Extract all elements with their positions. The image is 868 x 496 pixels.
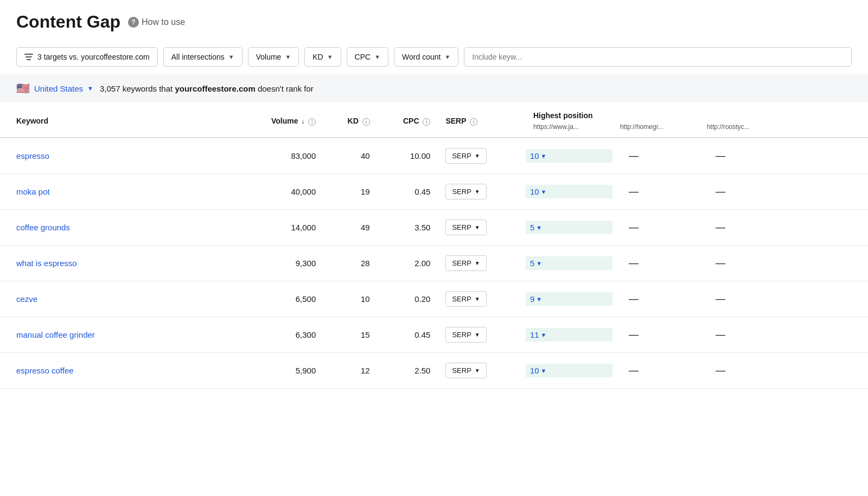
serp-chevron-icon: ▼ xyxy=(475,368,480,373)
kd-info-icon[interactable]: i xyxy=(362,118,370,126)
pos-arrow-1: ▼ xyxy=(536,296,542,302)
kd-label: KD xyxy=(312,53,323,61)
sort-arrow-icon: ↓ xyxy=(301,118,304,125)
keyword-link[interactable]: cezve xyxy=(16,294,37,304)
pos-dash-3: — xyxy=(716,150,725,162)
highest-pos-cell: 11 ▼ — — xyxy=(526,317,868,353)
info-text: 3,057 keywords that yourcoffeestore.com … xyxy=(100,84,314,93)
pos-cell-2: — xyxy=(612,364,699,377)
intersections-dropdown[interactable]: All intersections ▼ xyxy=(163,47,242,67)
serp-button-label: SERP xyxy=(452,331,471,339)
table-row: coffee grounds 14,000 49 3.50 SERP ▼ 5 ▼ xyxy=(0,210,868,246)
flag-icon: 🇺🇸 xyxy=(16,82,30,95)
serp-chevron-icon: ▼ xyxy=(475,189,480,195)
th-cpc[interactable]: CPC i xyxy=(378,102,438,138)
highest-pos-cell: 9 ▼ — — xyxy=(526,281,868,317)
description-suffix: doesn't rank for xyxy=(258,84,314,93)
intersections-chevron-icon: ▼ xyxy=(228,54,234,60)
serp-cell: SERP ▼ xyxy=(438,210,525,246)
pos-dash-3: — xyxy=(716,293,725,305)
info-bar: 🇺🇸 United States ▼ 3,057 keywords that y… xyxy=(0,74,868,102)
targets-label: 3 targets vs. yourcoffeestore.com xyxy=(37,53,150,61)
kd-cell: 15 xyxy=(323,317,377,353)
pos-num-1: 9 xyxy=(530,294,534,304)
serp-button[interactable]: SERP ▼ xyxy=(445,220,486,235)
cpc-chevron-icon: ▼ xyxy=(374,54,380,60)
serp-button[interactable]: SERP ▼ xyxy=(445,255,486,271)
pos-cell-3: — xyxy=(699,185,786,198)
pos-arrow-1: ▼ xyxy=(541,332,547,338)
kd-chevron-icon: ▼ xyxy=(327,54,333,60)
keyword-link[interactable]: manual coffee grinder xyxy=(16,330,95,339)
th-serp[interactable]: SERP i xyxy=(438,102,525,138)
sub-col-2: http://homegr... xyxy=(620,123,707,131)
serp-button[interactable]: SERP ▼ xyxy=(445,184,486,199)
pos-num-1: 10 xyxy=(530,366,539,375)
pos-arrow-1: ▼ xyxy=(536,260,542,267)
pos-cell-2: — xyxy=(612,149,699,163)
how-to-use-container[interactable]: ? How to use xyxy=(128,17,185,28)
pos-cell-3: — xyxy=(699,292,786,306)
pos-num-1: 10 xyxy=(530,151,539,160)
serp-button-label: SERP xyxy=(452,152,471,160)
keyword-link[interactable]: espresso coffee xyxy=(16,366,74,375)
th-volume[interactable]: Volume ↓ i xyxy=(242,102,323,138)
cpc-dropdown[interactable]: CPC ▼ xyxy=(347,47,388,67)
pos-cell-1: 11 ▼ xyxy=(526,328,612,342)
keyword-cell: what is espresso xyxy=(0,246,242,281)
volume-cell: 14,000 xyxy=(242,210,323,246)
toolbar: 3 targets vs. yourcoffeestore.com All in… xyxy=(0,42,868,74)
pos-cell-3: — xyxy=(699,328,786,342)
pos-dash-2: — xyxy=(629,222,639,233)
serp-info-icon[interactable]: i xyxy=(470,118,477,126)
include-keywords-input[interactable] xyxy=(464,47,852,67)
cpc-info-icon[interactable]: i xyxy=(423,118,430,126)
pos-arrow-1: ▼ xyxy=(541,368,547,374)
kd-cell: 28 xyxy=(323,246,377,281)
pos-num-1: 10 xyxy=(530,187,539,196)
keyword-link[interactable]: coffee grounds xyxy=(16,223,70,232)
serp-chevron-icon: ▼ xyxy=(475,332,480,338)
keyword-cell: manual coffee grinder xyxy=(0,317,242,353)
volume-info-icon[interactable]: i xyxy=(308,118,316,126)
word-count-dropdown[interactable]: Word count ▼ xyxy=(394,47,458,67)
kd-cell: 49 xyxy=(323,210,377,246)
country-selector[interactable]: 🇺🇸 United States ▼ xyxy=(16,82,93,95)
serp-button[interactable]: SERP ▼ xyxy=(445,148,486,164)
th-highest-position: Highest position https://www.ja... http:… xyxy=(526,102,868,138)
pos-num-1: 11 xyxy=(530,330,539,339)
word-count-label: Word count xyxy=(402,53,441,61)
page-wrapper: Content Gap ? How to use 3 targets vs. y… xyxy=(0,0,868,496)
keyword-cell: moka pot xyxy=(0,174,242,210)
serp-button-label: SERP xyxy=(452,295,471,303)
volume-label: Volume xyxy=(256,53,282,61)
serp-button[interactable]: SERP ▼ xyxy=(445,363,486,378)
kd-cell: 19 xyxy=(323,174,377,210)
serp-button[interactable]: SERP ▼ xyxy=(445,327,486,343)
table-row: what is espresso 9,300 28 2.00 SERP ▼ 5 … xyxy=(0,246,868,281)
header: Content Gap ? How to use xyxy=(0,0,868,42)
volume-dropdown[interactable]: Volume ▼ xyxy=(248,47,299,67)
th-kd[interactable]: KD i xyxy=(323,102,377,138)
sub-col-1: https://www.ja... xyxy=(533,123,620,131)
pos-arrow-1: ▼ xyxy=(541,189,547,195)
pos-dash-3: — xyxy=(716,365,725,376)
serp-chevron-icon: ▼ xyxy=(475,153,480,159)
country-chevron-icon: ▼ xyxy=(87,85,93,92)
pos-cell-3: — xyxy=(699,221,786,234)
serp-cell: SERP ▼ xyxy=(438,246,525,281)
targets-button[interactable]: 3 targets vs. yourcoffeestore.com xyxy=(16,47,158,67)
keyword-link[interactable]: what is espresso xyxy=(16,259,77,268)
country-name: United States xyxy=(34,84,83,93)
keyword-link[interactable]: moka pot xyxy=(16,187,50,196)
cpc-cell: 0.45 xyxy=(378,174,438,210)
serp-button[interactable]: SERP ▼ xyxy=(445,291,486,307)
highest-pos-cell: 5 ▼ — — xyxy=(526,210,868,246)
pos-cell-1: 5 ▼ xyxy=(526,256,612,270)
pos-dash-3: — xyxy=(716,257,725,269)
kd-dropdown[interactable]: KD ▼ xyxy=(304,47,341,67)
volume-cell: 6,500 xyxy=(242,281,323,317)
pos-dash-2: — xyxy=(629,293,639,305)
pos-cell-1: 10 ▼ xyxy=(526,149,612,163)
keyword-link[interactable]: espresso xyxy=(16,151,49,160)
